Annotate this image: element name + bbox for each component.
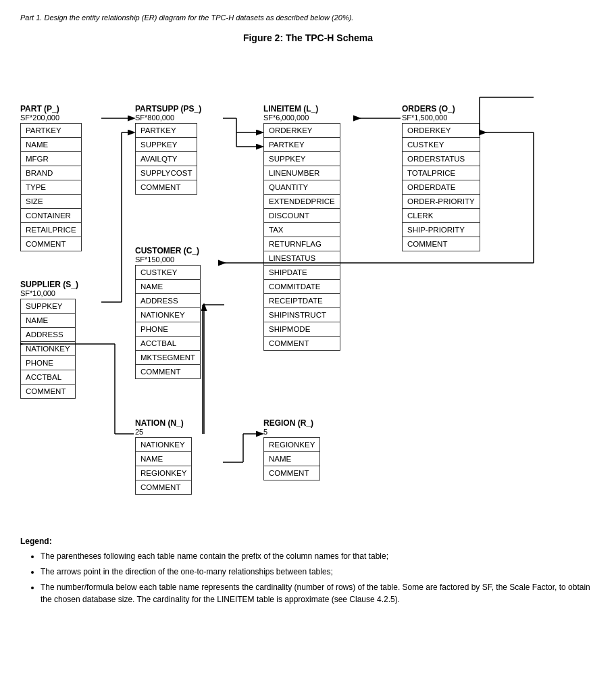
orders-table-name: ORDERS (O_) (402, 104, 480, 114)
table-cell: COMMENT (403, 237, 480, 251)
table-cell: SHIPINSTRUCT (264, 308, 340, 322)
table-cell: AVAILQTY (136, 152, 197, 166)
instruction-text: Part 1. Design the entity relationship (… (20, 14, 596, 22)
table-cell: MKTSEGMENT (136, 351, 201, 365)
nation-table: NATION (N_) 25 NATIONKEY NAME REGIONKEY … (135, 418, 192, 497)
part-table-sf: SF*200,000 (20, 114, 82, 122)
table-cell: SUPPKEY (136, 138, 197, 152)
customer-table-name: CUSTOMER (C_) (135, 246, 201, 255)
customer-table-sf: SF*150,000 (135, 255, 201, 264)
table-cell: PHONE (136, 322, 201, 337)
legend-item-1: The parentheses following each table nam… (41, 550, 596, 562)
table-cell: PARTKEY (136, 124, 197, 138)
table-cell: CONTAINER (21, 209, 82, 223)
table-cell: COMMITDATE (264, 280, 340, 294)
table-cell: SUPPLYCOST (136, 166, 197, 180)
table-cell: CUSTKEY (136, 266, 201, 280)
table-cell: COMMENT (264, 337, 340, 351)
table-cell: SUPPKEY (21, 299, 76, 314)
partsupp-table-fields: PARTKEY SUPPKEY AVAILQTY SUPPLYCOST COMM… (135, 123, 197, 195)
table-cell: NAME (21, 138, 82, 152)
table-cell: SIZE (21, 195, 82, 209)
legend-title: Legend: (20, 537, 596, 546)
table-cell: LINESTATUS (264, 251, 340, 266)
table-cell: REGIONKEY (264, 438, 320, 452)
table-cell: RETAILPRICE (21, 223, 82, 237)
table-cell: CUSTKEY (403, 138, 480, 152)
table-cell: TYPE (21, 180, 82, 195)
table-cell: COMMENT (136, 365, 201, 379)
nation-table-sf: 25 (135, 428, 192, 436)
part-table-name: PART (P_) (20, 104, 82, 114)
table-cell: MFGR (21, 152, 82, 166)
table-cell: TAX (264, 223, 340, 237)
nation-table-fields: NATIONKEY NAME REGIONKEY COMMENT (135, 437, 192, 495)
table-cell: PARTKEY (21, 124, 82, 138)
table-cell: NATIONKEY (136, 438, 192, 452)
table-cell: COMMENT (136, 480, 192, 495)
nation-table-name: NATION (N_) (135, 418, 192, 428)
table-cell: ORDERSTATUS (403, 152, 480, 166)
region-table-fields: REGIONKEY NAME COMMENT (263, 437, 320, 480)
partsupp-table: PARTSUPP (PS_) SF*800,000 PARTKEY SUPPKE… (135, 104, 201, 197)
table-cell: ORDER-PRIORITY (403, 195, 480, 209)
customer-table-fields: CUSTKEY NAME ADDRESS NATIONKEY PHONE ACC… (135, 265, 201, 379)
table-cell: NAME (21, 314, 76, 328)
partsupp-table-sf: SF*800,000 (135, 114, 201, 122)
schema-diagram: PART (P_) SF*200,000 PARTKEY NAME MFGR B… (20, 57, 601, 530)
table-cell: ORDERKEY (264, 124, 340, 138)
table-cell: ACCTBAL (21, 370, 76, 385)
legend-section: Legend: The parentheses following each t… (20, 537, 596, 606)
table-cell: COMMENT (21, 237, 82, 251)
table-cell: RETURNFLAG (264, 237, 340, 251)
table-cell: EXTENDEDPRICE (264, 195, 340, 209)
table-cell: SUPPKEY (264, 152, 340, 166)
table-cell: NAME (136, 452, 192, 466)
table-cell: LINENUMBER (264, 166, 340, 180)
table-cell: PARTKEY (264, 138, 340, 152)
table-cell: ORDERKEY (403, 124, 480, 138)
orders-table-sf: SF*1,500,000 (402, 114, 480, 122)
orders-table-fields: ORDERKEY CUSTKEY ORDERSTATUS TOTALPRICE … (402, 123, 480, 251)
lineitem-table: LINEITEM (L_) SF*6,000,000 ORDERKEY PART… (263, 104, 340, 353)
legend-item-2: The arrows point in the direction of the… (41, 566, 596, 578)
partsupp-table-name: PARTSUPP (PS_) (135, 104, 201, 114)
figure-title: Figure 2: The TPC-H Schema (20, 32, 596, 43)
table-cell: REGIONKEY (136, 466, 192, 480)
table-cell: NATIONKEY (136, 308, 201, 322)
region-table-name: REGION (R_) (263, 418, 320, 428)
table-cell: COMMENT (136, 180, 197, 195)
legend-item-3: The number/formula below each table name… (41, 581, 596, 606)
region-table-sf: 5 (263, 428, 320, 436)
supplier-table-fields: SUPPKEY NAME ADDRESS NATIONKEY PHONE ACC… (20, 299, 76, 399)
supplier-table-sf: SF*10,000 (20, 289, 78, 297)
table-cell: TOTALPRICE (403, 166, 480, 180)
table-cell: NATIONKEY (21, 342, 76, 356)
table-cell: COMMENT (21, 385, 76, 399)
customer-table: CUSTOMER (C_) SF*150,000 CUSTKEY NAME AD… (135, 246, 201, 381)
supplier-table-name: SUPPLIER (S_) (20, 280, 78, 289)
legend-list: The parentheses following each table nam… (20, 550, 596, 606)
table-cell: ORDERDATE (403, 180, 480, 195)
part-table-fields: PARTKEY NAME MFGR BRAND TYPE SIZE CONTAI… (20, 123, 82, 251)
table-cell: CLERK (403, 209, 480, 223)
table-cell: BRAND (21, 166, 82, 180)
lineitem-table-name: LINEITEM (L_) (263, 104, 340, 114)
part-table: PART (P_) SF*200,000 PARTKEY NAME MFGR B… (20, 104, 82, 253)
lineitem-table-sf: SF*6,000,000 (263, 114, 340, 122)
table-cell: ACCTBAL (136, 337, 201, 351)
table-cell: SHIPDATE (264, 266, 340, 280)
table-cell: NAME (264, 452, 320, 466)
orders-table: ORDERS (O_) SF*1,500,000 ORDERKEY CUSTKE… (402, 104, 480, 253)
supplier-table: SUPPLIER (S_) SF*10,000 SUPPKEY NAME ADD… (20, 280, 78, 401)
table-cell: NAME (136, 280, 201, 294)
table-cell: SHIP-PRIORITY (403, 223, 480, 237)
table-cell: QUANTITY (264, 180, 340, 195)
table-cell: COMMENT (264, 466, 320, 480)
table-cell: ADDRESS (21, 328, 76, 342)
lineitem-table-fields: ORDERKEY PARTKEY SUPPKEY LINENUMBER QUAN… (263, 123, 340, 351)
region-table: REGION (R_) 5 REGIONKEY NAME COMMENT (263, 418, 320, 483)
table-cell: RECEIPTDATE (264, 294, 340, 308)
table-cell: SHIPMODE (264, 322, 340, 337)
table-cell: PHONE (21, 356, 76, 370)
